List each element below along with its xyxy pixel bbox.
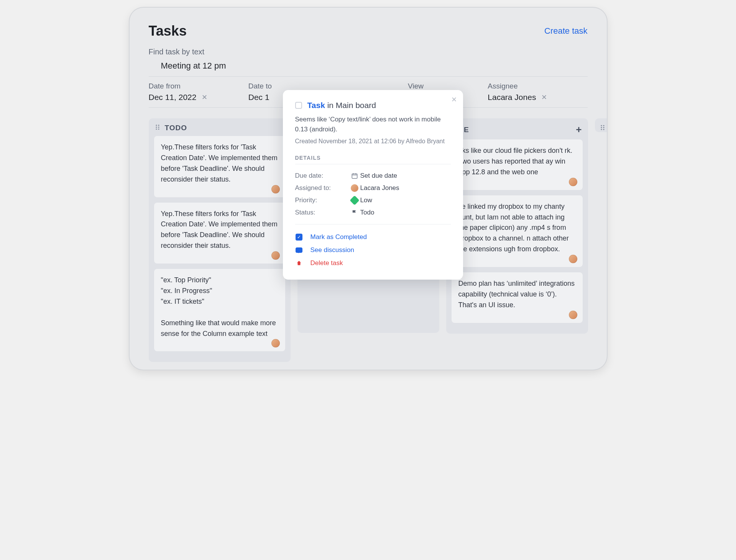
flag-icon: [349, 209, 360, 216]
svg-point-9: [603, 127, 604, 128]
priority-icon: [349, 197, 360, 204]
task-description: Seems like ‘Copy text/link’ does not wor…: [295, 115, 451, 134]
filter-date-from[interactable]: Date from Dec 11, 2022 ✕: [149, 82, 248, 102]
filter-label: Assignee: [488, 82, 587, 90]
clear-icon[interactable]: ✕: [541, 93, 547, 102]
task-card[interactable]: Yep.These filters forks for 'Task Creati…: [154, 203, 285, 264]
svg-point-5: [158, 128, 159, 129]
column-todo: TODO Yep.These filters forks for 'Task C…: [149, 118, 291, 362]
column-stub: [595, 118, 607, 132]
avatar: [271, 185, 280, 193]
app-frame: Tasks Create task Find task by text Date…: [130, 8, 607, 370]
close-icon[interactable]: ✕: [451, 95, 457, 104]
clear-icon[interactable]: ✕: [202, 93, 207, 102]
see-discussion-button[interactable]: See discussion: [295, 244, 451, 257]
svg-point-2: [156, 126, 157, 128]
detail-label: Status:: [295, 209, 349, 216]
detail-value: Low: [360, 196, 372, 204]
svg-point-11: [603, 129, 604, 130]
chat-icon: [295, 247, 303, 253]
detail-label: Assigned to:: [295, 184, 349, 192]
avatar: [569, 178, 577, 186]
create-task-link[interactable]: Create task: [544, 26, 588, 36]
filter-value: Dec 11, 2022: [149, 93, 197, 102]
svg-point-1: [158, 124, 159, 126]
task-card[interactable]: oks like our cloud file pickers don't rk…: [452, 139, 583, 190]
detail-value: Set due date: [360, 172, 397, 180]
search-input[interactable]: [149, 59, 588, 76]
calendar-icon: [349, 172, 360, 179]
detail-value: Lacara Jones: [360, 184, 399, 192]
action-label: See discussion: [310, 246, 354, 254]
card-text: ve linked my dropbox to my chanty ount, …: [458, 203, 569, 253]
filter-assignee[interactable]: Assignee Lacara Jones ✕: [488, 82, 587, 102]
drag-handle-icon[interactable]: [155, 124, 161, 132]
avatar: [271, 251, 280, 260]
column-header: TODO: [149, 118, 291, 136]
detail-assignee[interactable]: Assigned to: Lacara Jones: [295, 182, 451, 194]
card-text: Yep.These filters forks for 'Task Creati…: [161, 210, 278, 250]
task-card[interactable]: Demo plan has ‘unlimited’ integrations c…: [452, 272, 583, 323]
details-heading: DETAILS: [295, 155, 451, 164]
task-created-meta: Created November 18, 2021 at 12:06 by Al…: [295, 138, 451, 145]
svg-point-7: [603, 125, 604, 126]
column-title: TODO: [165, 124, 284, 132]
card-text: Demo plan has ‘unlimited’ integrations c…: [458, 280, 575, 309]
action-label: Mark as Completed: [310, 233, 367, 241]
svg-point-3: [158, 126, 159, 128]
popover-title: Task in Main board: [307, 101, 376, 110]
column-title: ONE: [452, 126, 572, 134]
task-popover: ✕ Task in Main board Seems like ‘Copy te…: [283, 90, 463, 280]
action-label: Delete task: [310, 259, 343, 267]
svg-point-4: [156, 128, 157, 129]
svg-rect-12: [352, 174, 357, 178]
detail-status[interactable]: Status: Todo: [295, 206, 451, 219]
header: Tasks Create task: [149, 23, 588, 39]
card-text: "ex. Top Priority" "ex. In Progress" "ex…: [161, 276, 276, 337]
popover-title-row: Task in Main board: [295, 101, 451, 110]
screen: Tasks Create task Find task by text Date…: [130, 8, 607, 370]
detail-value: Todo: [360, 209, 375, 216]
detail-priority[interactable]: Priority: Low: [295, 194, 451, 206]
svg-point-8: [601, 127, 602, 128]
card-text: Yep.These filters forks for 'Task Creati…: [161, 143, 278, 183]
filter-label: View: [408, 82, 488, 90]
filter-value: Lacara Jones: [488, 93, 536, 102]
task-card[interactable]: ve linked my dropbox to my chanty ount, …: [452, 195, 583, 267]
title-suffix: in Main board: [325, 101, 376, 110]
detail-due-date[interactable]: Due date: Set due date: [295, 170, 451, 182]
avatar: [569, 255, 577, 263]
filter-label: Date to: [248, 82, 348, 90]
detail-label: Priority:: [295, 196, 349, 204]
detail-label: Due date:: [295, 172, 349, 180]
svg-point-6: [601, 125, 602, 126]
add-card-icon[interactable]: +: [576, 124, 582, 136]
delete-task-button[interactable]: Delete task: [295, 257, 451, 270]
svg-point-10: [601, 129, 602, 130]
task-card[interactable]: Yep.These filters forks for 'Task Creati…: [154, 136, 285, 197]
avatar-icon: [349, 184, 360, 192]
popover-actions: ✓ Mark as Completed See discussion Delet…: [295, 224, 451, 270]
column-header: ONE +: [446, 118, 588, 139]
avatar: [569, 311, 577, 319]
task-card[interactable]: "ex. Top Priority" "ex. In Progress" "ex…: [154, 269, 285, 351]
search-label: Find task by text: [149, 47, 588, 56]
task-checkbox[interactable]: [295, 102, 302, 109]
card-text: oks like our cloud file pickers don't rk…: [458, 147, 573, 176]
svg-point-0: [156, 124, 157, 126]
avatar: [271, 339, 280, 347]
task-link[interactable]: Task: [307, 101, 325, 110]
check-icon: ✓: [295, 234, 303, 241]
trash-icon: [295, 260, 303, 267]
drag-handle-icon[interactable]: [600, 124, 606, 132]
filter-label: Date from: [149, 82, 248, 90]
filter-value: Dec 1: [248, 93, 269, 102]
page-title: Tasks: [149, 23, 187, 39]
column-done: ONE + oks like our cloud file pickers do…: [446, 118, 588, 334]
mark-completed-button[interactable]: ✓ Mark as Completed: [295, 231, 451, 244]
